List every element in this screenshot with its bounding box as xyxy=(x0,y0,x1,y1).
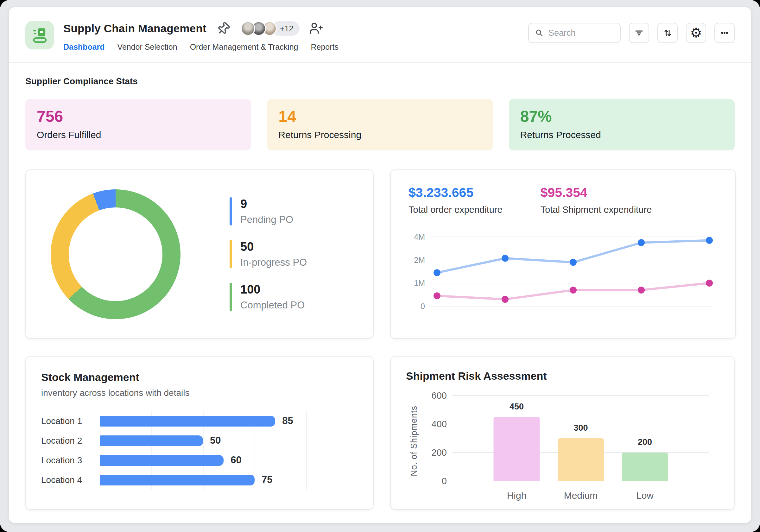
data-point xyxy=(638,239,645,246)
header-left: Supply Chain Management +12 xyxy=(25,21,339,52)
bar-value-label: 300 xyxy=(574,423,588,433)
card-subtitle: inventory across locations with details xyxy=(41,388,358,398)
pushpin-icon[interactable] xyxy=(216,21,231,36)
settings-button[interactable]: ⚙ xyxy=(686,23,706,43)
ellipsis-icon xyxy=(719,27,730,38)
more-button[interactable] xyxy=(714,23,735,43)
stat-value: 14 xyxy=(278,107,481,126)
bar-category-label: Location 2 xyxy=(41,436,100,446)
risk-bar-low xyxy=(622,453,668,481)
legend-label: In-progress PO xyxy=(240,257,307,268)
stat-card-returns-processed: 87% Returns Processed xyxy=(509,99,735,150)
card-title: Stock Management xyxy=(41,371,358,383)
search-box[interactable] xyxy=(528,23,621,43)
filter-button[interactable] xyxy=(629,23,649,43)
app-header: Supply Chain Management +12 xyxy=(9,7,751,52)
legend-item-in-progress: 50 In-progress PO xyxy=(230,240,307,268)
stock-bar-row: Location 360 xyxy=(41,451,358,470)
bar-value-label: 60 xyxy=(230,455,241,466)
data-point xyxy=(570,259,577,266)
po-legend: 9 Pending PO 50 In-progress PO xyxy=(230,197,307,311)
stat-value: $95.354 xyxy=(541,185,652,200)
data-point xyxy=(638,287,645,294)
app-logo-icon xyxy=(25,21,54,49)
risk-bar-medium xyxy=(558,438,604,481)
x-tick-label: Medium xyxy=(564,490,598,501)
stock-bar-row: Location 250 xyxy=(41,431,358,451)
shipment-risk-card: Shipment Risk Assessment No. of Shipment… xyxy=(390,356,735,510)
stat-label: Returns Processing xyxy=(278,129,481,140)
stat-label: Orders Fulfilled xyxy=(37,129,240,140)
line-chart-svg: 4M2M1M0 xyxy=(408,226,718,326)
app-window: Supply Chain Management +12 xyxy=(9,7,751,523)
add-user-icon[interactable] xyxy=(309,21,324,36)
expenditure-stats: $3.233.665 Total order expenditure $95.3… xyxy=(408,185,718,215)
dashboard-content: Supplier Compliance Stats 756 Orders Ful… xyxy=(9,63,751,510)
data-point xyxy=(706,280,713,287)
tab-reports[interactable]: Reports xyxy=(310,42,339,52)
stock-bar-row: Location 185 xyxy=(41,411,358,431)
stat-label: Returns Processed xyxy=(520,129,723,140)
avatar[interactable] xyxy=(241,21,255,36)
order-expenditure-line xyxy=(437,240,709,273)
bar-value-label: 85 xyxy=(282,415,293,426)
x-tick-label: Low xyxy=(636,490,654,501)
collaborator-avatars[interactable]: +12 xyxy=(241,21,300,36)
legend-item-completed: 100 Completed PO xyxy=(230,283,307,311)
stock-bar-row: Location 475 xyxy=(41,470,358,490)
po-donut-chart xyxy=(51,189,180,319)
title-and-tabs: Supply Chain Management +12 xyxy=(63,21,339,52)
data-point xyxy=(434,269,441,276)
bar-plot-area: 60 xyxy=(100,451,358,470)
bar xyxy=(100,455,223,466)
y-tick-label: 600 xyxy=(432,390,447,401)
tab-dashboard[interactable]: Dashboard xyxy=(63,42,105,52)
data-point xyxy=(501,255,508,262)
card-title: Shipment Risk Assessment xyxy=(406,370,719,382)
bar xyxy=(100,475,255,485)
risk-bar-high xyxy=(494,417,540,481)
risk-bar-chart-svg: 0200400600450High300Medium200Low xyxy=(421,385,719,509)
y-tick-label: 0 xyxy=(442,476,447,486)
legend-value: 100 xyxy=(240,283,305,296)
bar-value-label: 200 xyxy=(638,437,652,447)
order-expenditure-stat: $3.233.665 Total order expenditure xyxy=(408,185,502,215)
bar xyxy=(100,435,203,446)
stock-bar-chart: Location 185Location 250Location 360Loca… xyxy=(41,411,358,490)
bar-category-label: Location 1 xyxy=(41,416,100,426)
y-tick-label: 1M xyxy=(414,279,425,288)
y-tick-label: 400 xyxy=(432,419,447,429)
nav-tabs: Dashboard Vendor Selection Order Managem… xyxy=(63,42,339,52)
legend-value: 50 xyxy=(240,240,307,254)
desktop-background: Supply Chain Management +12 xyxy=(0,0,760,532)
bar-plot-area: 50 xyxy=(100,431,358,451)
section-heading: Supplier Compliance Stats xyxy=(25,76,735,86)
y-tick-label: 0 xyxy=(420,302,425,311)
stat-label: Total order expenditure xyxy=(408,205,502,215)
gear-icon: ⚙ xyxy=(690,26,702,40)
legend-item-pending: 9 Pending PO xyxy=(230,197,307,225)
bar-plot-area: 75 xyxy=(100,470,358,490)
page-title: Supply Chain Management xyxy=(63,22,207,35)
search-input[interactable] xyxy=(548,28,609,38)
x-tick-label: High xyxy=(507,490,527,501)
stat-label: Total Shipment expenditure xyxy=(541,205,652,215)
legend-marker xyxy=(230,197,232,225)
legend-value: 9 xyxy=(240,197,293,211)
legend-marker xyxy=(230,240,232,268)
search-icon xyxy=(535,28,544,38)
sort-icon xyxy=(662,27,673,38)
data-point xyxy=(706,237,713,244)
sort-button[interactable] xyxy=(657,23,678,43)
data-point xyxy=(434,292,441,299)
stat-value: 756 xyxy=(37,107,240,126)
filter-icon xyxy=(634,27,644,38)
tab-order-management[interactable]: Order Management & Tracking xyxy=(190,42,298,52)
legend-marker xyxy=(230,283,232,311)
bar xyxy=(100,416,275,426)
bar-value-label: 50 xyxy=(210,435,221,446)
purchase-orders-card: 9 Pending PO 50 In-progress PO xyxy=(25,169,374,339)
bar-category-label: Location 3 xyxy=(41,456,100,465)
tab-vendor-selection[interactable]: Vendor Selection xyxy=(118,42,177,52)
stat-value: 87% xyxy=(520,107,723,126)
